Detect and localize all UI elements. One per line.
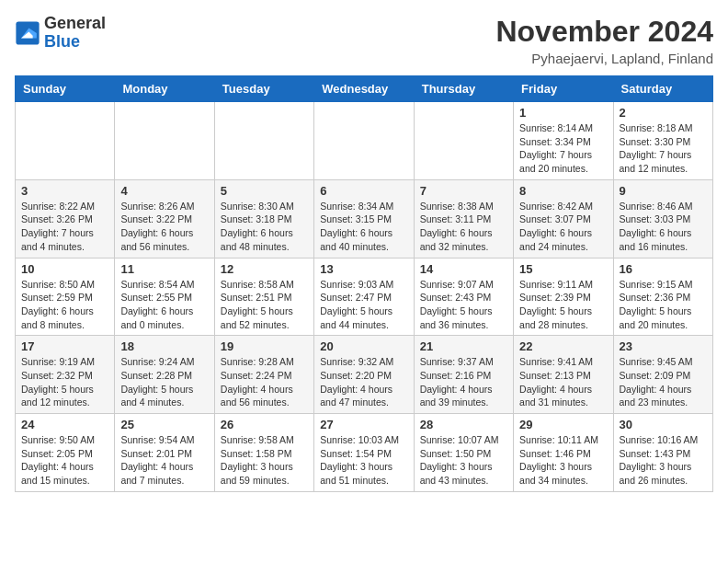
weekday-header-saturday: Saturday [613,76,712,102]
day-info: Sunrise: 9:19 AM Sunset: 2:32 PM Dayligh… [21,355,108,409]
day-number: 15 [519,262,607,276]
logo-general: General [44,14,106,32]
day-number: 18 [120,339,208,353]
day-info: Sunrise: 8:38 AM Sunset: 3:11 PM Dayligh… [420,200,507,254]
weekday-header-wednesday: Wednesday [314,76,414,102]
day-number: 11 [120,262,208,276]
calendar-cell: 26Sunrise: 9:58 AM Sunset: 1:58 PM Dayli… [214,414,313,492]
location-title: Pyhaejaervi, Lapland, Finland [495,51,713,66]
day-info: Sunrise: 8:58 AM Sunset: 2:51 PM Dayligh… [221,278,308,332]
calendar-cell [115,102,214,180]
weekday-header-thursday: Thursday [414,76,513,102]
calendar-cell: 14Sunrise: 9:07 AM Sunset: 2:43 PM Dayli… [414,258,513,336]
day-info: Sunrise: 10:16 AM Sunset: 1:43 PM Daylig… [620,433,707,488]
logo: General Blue [15,15,106,52]
day-info: Sunrise: 10:03 AM Sunset: 1:54 PM Daylig… [320,433,407,488]
calendar-cell: 18Sunrise: 9:24 AM Sunset: 2:28 PM Dayli… [115,336,214,414]
month-title: November 2024 [495,15,713,49]
day-info: Sunrise: 8:30 AM Sunset: 3:18 PM Dayligh… [221,200,308,254]
day-number: 2 [620,106,707,120]
calendar-cell: 30Sunrise: 10:16 AM Sunset: 1:43 PM Dayl… [613,414,712,492]
day-number: 13 [320,262,407,276]
day-info: Sunrise: 9:54 AM Sunset: 2:01 PM Dayligh… [120,433,208,488]
calendar-cell: 11Sunrise: 8:54 AM Sunset: 2:55 PM Dayli… [115,258,214,336]
day-number: 10 [21,262,108,276]
day-number: 30 [620,418,707,431]
logo-icon [15,20,40,46]
calendar-cell: 1Sunrise: 8:14 AM Sunset: 3:34 PM Daylig… [514,102,613,180]
day-info: Sunrise: 9:24 AM Sunset: 2:28 PM Dayligh… [120,355,208,409]
day-number: 14 [420,262,507,276]
day-info: Sunrise: 9:41 AM Sunset: 2:13 PM Dayligh… [519,355,607,409]
day-number: 22 [519,339,607,353]
calendar-cell: 6Sunrise: 8:34 AM Sunset: 3:15 PM Daylig… [314,179,414,258]
day-info: Sunrise: 8:50 AM Sunset: 2:59 PM Dayligh… [21,278,108,332]
calendar-cell: 15Sunrise: 9:11 AM Sunset: 2:39 PM Dayli… [514,258,613,336]
page-header: General Blue November 2024 Pyhaejaervi, … [15,15,713,66]
day-info: Sunrise: 8:42 AM Sunset: 3:07 PM Dayligh… [519,200,607,254]
day-info: Sunrise: 9:32 AM Sunset: 2:20 PM Dayligh… [320,355,407,409]
day-info: Sunrise: 9:07 AM Sunset: 2:43 PM Dayligh… [420,278,507,332]
calendar-cell: 2Sunrise: 8:18 AM Sunset: 3:30 PM Daylig… [613,102,712,180]
calendar-cell [16,102,115,180]
day-number: 17 [21,339,108,353]
day-number: 25 [120,418,208,431]
calendar-cell: 4Sunrise: 8:26 AM Sunset: 3:22 PM Daylig… [115,179,214,258]
day-info: Sunrise: 9:50 AM Sunset: 2:05 PM Dayligh… [21,433,108,488]
title-area: November 2024 Pyhaejaervi, Lapland, Finl… [495,15,713,66]
calendar-cell: 16Sunrise: 9:15 AM Sunset: 2:36 PM Dayli… [613,258,712,336]
day-info: Sunrise: 8:26 AM Sunset: 3:22 PM Dayligh… [120,200,208,254]
day-number: 26 [221,418,308,431]
calendar-cell [214,102,313,180]
day-number: 20 [320,339,407,353]
weekday-header-monday: Monday [115,76,214,102]
day-number: 3 [21,184,108,198]
calendar-cell: 12Sunrise: 8:58 AM Sunset: 2:51 PM Dayli… [214,258,313,336]
day-number: 21 [420,339,507,353]
day-info: Sunrise: 8:18 AM Sunset: 3:30 PM Dayligh… [620,121,707,176]
calendar-cell: 3Sunrise: 8:22 AM Sunset: 3:26 PM Daylig… [16,179,115,258]
day-number: 9 [620,184,707,198]
day-number: 4 [120,184,208,198]
logo-blue: Blue [44,32,80,51]
calendar-cell: 5Sunrise: 8:30 AM Sunset: 3:18 PM Daylig… [214,179,313,258]
week-row-3: 17Sunrise: 9:19 AM Sunset: 2:32 PM Dayli… [16,336,713,414]
day-info: Sunrise: 8:34 AM Sunset: 3:15 PM Dayligh… [320,200,407,254]
day-info: Sunrise: 9:15 AM Sunset: 2:36 PM Dayligh… [620,278,707,332]
day-number: 23 [620,339,707,353]
day-number: 19 [221,339,308,353]
week-row-4: 24Sunrise: 9:50 AM Sunset: 2:05 PM Dayli… [16,414,713,492]
day-info: Sunrise: 8:54 AM Sunset: 2:55 PM Dayligh… [120,278,208,332]
day-number: 1 [519,106,607,120]
day-info: Sunrise: 9:37 AM Sunset: 2:16 PM Dayligh… [420,355,507,409]
day-number: 28 [420,418,507,431]
day-info: Sunrise: 10:07 AM Sunset: 1:50 PM Daylig… [420,433,507,488]
calendar-cell: 13Sunrise: 9:03 AM Sunset: 2:47 PM Dayli… [314,258,414,336]
calendar-cell: 20Sunrise: 9:32 AM Sunset: 2:20 PM Dayli… [314,336,414,414]
day-number: 29 [519,418,607,431]
week-row-1: 3Sunrise: 8:22 AM Sunset: 3:26 PM Daylig… [16,179,713,258]
day-number: 16 [620,262,707,276]
calendar-cell: 10Sunrise: 8:50 AM Sunset: 2:59 PM Dayli… [16,258,115,336]
calendar-cell: 21Sunrise: 9:37 AM Sunset: 2:16 PM Dayli… [414,336,513,414]
day-info: Sunrise: 9:58 AM Sunset: 1:58 PM Dayligh… [221,433,308,488]
day-info: Sunrise: 9:11 AM Sunset: 2:39 PM Dayligh… [519,278,607,332]
calendar-cell: 24Sunrise: 9:50 AM Sunset: 2:05 PM Dayli… [16,414,115,492]
day-info: Sunrise: 8:22 AM Sunset: 3:26 PM Dayligh… [21,200,108,254]
calendar-cell [314,102,414,180]
day-number: 6 [320,184,407,198]
weekday-header-tuesday: Tuesday [214,76,313,102]
weekday-header-friday: Friday [514,76,613,102]
calendar: SundayMondayTuesdayWednesdayThursdayFrid… [15,75,713,492]
day-number: 5 [221,184,308,198]
day-info: Sunrise: 8:14 AM Sunset: 3:34 PM Dayligh… [519,121,607,176]
calendar-cell: 27Sunrise: 10:03 AM Sunset: 1:54 PM Dayl… [314,414,414,492]
week-row-0: 1Sunrise: 8:14 AM Sunset: 3:34 PM Daylig… [16,102,713,180]
day-number: 24 [21,418,108,431]
calendar-cell: 25Sunrise: 9:54 AM Sunset: 2:01 PM Dayli… [115,414,214,492]
calendar-cell: 7Sunrise: 8:38 AM Sunset: 3:11 PM Daylig… [414,179,513,258]
calendar-cell: 9Sunrise: 8:46 AM Sunset: 3:03 PM Daylig… [613,179,712,258]
calendar-cell: 17Sunrise: 9:19 AM Sunset: 2:32 PM Dayli… [16,336,115,414]
week-row-2: 10Sunrise: 8:50 AM Sunset: 2:59 PM Dayli… [16,258,713,336]
calendar-cell: 22Sunrise: 9:41 AM Sunset: 2:13 PM Dayli… [514,336,613,414]
